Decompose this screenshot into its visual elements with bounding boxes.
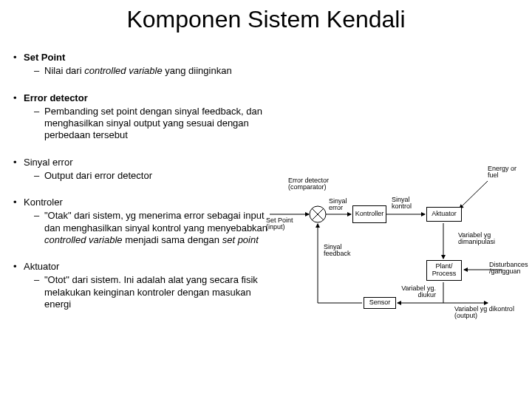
label-set-point: Set Point (input) xyxy=(266,217,307,231)
bullet-set-point: • Set Point –Nilai dari controlled varia… xyxy=(13,52,279,78)
label-energy: Energy or fuel xyxy=(488,166,528,180)
bullet-sub: Nilai dari controlled variable yang diin… xyxy=(44,65,279,77)
bullet-sub: Pembanding set point dengan sinyal feedb… xyxy=(44,106,279,142)
label-var-diukur: Variabel yg. diukur xyxy=(392,285,436,299)
page-title: Komponen Sistem Kendali xyxy=(0,6,532,33)
box-kontroler: Kontroller xyxy=(352,205,386,223)
bullet-kontroler: • Kontroler –"Otak" dari sistem, yg mene… xyxy=(13,197,279,246)
bullet-head: Aktuator xyxy=(24,261,279,273)
label-error-detector: Error detector (comparator) xyxy=(288,177,347,191)
svg-line-6 xyxy=(460,181,488,208)
bullet-head: Kontroler xyxy=(24,197,279,208)
bullet-list: • Set Point –Nilai dari controlled varia… xyxy=(13,52,279,325)
label-var-manip: Variabel yg dimanipulasi xyxy=(458,232,517,246)
bullet-sub: "Otak" dari sistem, yg menerima error se… xyxy=(44,210,279,246)
control-system-diagram: Error detector (comparator) Set Point (i… xyxy=(266,155,532,325)
label-disturbances: Disturbances /gangguan xyxy=(489,262,532,276)
bullet-head: Error detector xyxy=(24,92,279,104)
bullet-head: Set Point xyxy=(24,52,279,64)
label-var-dikontrol: Variabel yg dikontrol (output) xyxy=(454,306,525,320)
label-sinyal-feedback: Sinyal feedback xyxy=(324,244,361,258)
box-plant: Plant/ Process xyxy=(426,260,462,281)
bullet-sub: "Otot" dari sistem. Ini adalah alat yang… xyxy=(44,274,279,310)
bullet-sinyal-error: • Sinyal error –Output dari error detect… xyxy=(13,157,279,183)
bullet-aktuator: • Aktuator –"Otot" dari sistem. Ini adal… xyxy=(13,261,279,310)
bullet-head: Sinyal error xyxy=(24,157,279,168)
box-aktuator: Aktuator xyxy=(426,207,462,222)
bullet-sub: Output dari error detector xyxy=(44,170,279,182)
bullet-error-detector: • Error detector –Pembanding set point d… xyxy=(13,92,279,142)
label-sinyal-error: Sinyal error xyxy=(329,198,355,212)
label-sinyal-kontrol: Sinyal kontrol xyxy=(392,197,420,211)
